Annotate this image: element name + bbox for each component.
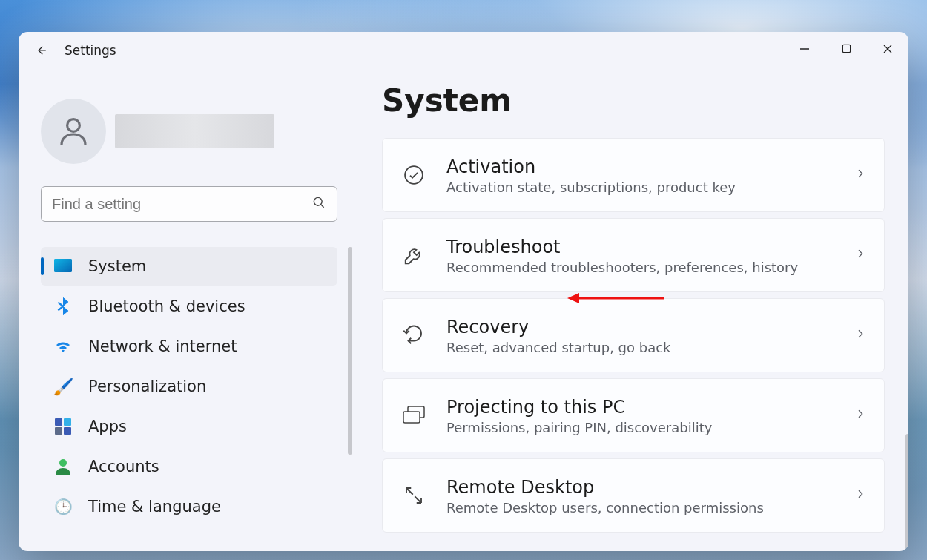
svg-rect-10 <box>64 418 71 426</box>
sidebar-item-label: Time & language <box>88 498 221 515</box>
svg-rect-11 <box>55 427 62 435</box>
sidebar-nav: System Bluetooth & devices Network & int… <box>41 247 337 526</box>
card-title: Remote Desktop <box>446 476 835 498</box>
card-subtitle: Permissions, pairing PIN, discoverabilit… <box>446 420 835 435</box>
brush-icon: 🖌️ <box>54 378 72 395</box>
sidebar-item-network[interactable]: Network & internet <box>41 327 337 366</box>
system-icon <box>54 257 72 275</box>
titlebar: Settings <box>19 32 908 69</box>
close-button[interactable] <box>867 32 908 69</box>
check-circle-icon <box>400 164 427 186</box>
svg-rect-1 <box>842 45 850 52</box>
sidebar-item-label: Network & internet <box>88 337 237 355</box>
back-button[interactable] <box>33 43 48 58</box>
card-projecting[interactable]: Projecting to this PC Permissions, pairi… <box>382 378 885 452</box>
settings-card-list: Activation Activation state, subscriptio… <box>382 138 885 533</box>
card-title: Recovery <box>446 316 835 338</box>
apps-icon <box>54 418 72 435</box>
clock-globe-icon: 🕒 <box>54 498 72 515</box>
svg-point-13 <box>59 459 67 467</box>
chevron-right-icon <box>854 488 866 503</box>
profile-section[interactable] <box>41 99 360 164</box>
card-subtitle: Remote Desktop users, connection permiss… <box>446 500 835 515</box>
main-scrollbar[interactable] <box>905 434 908 551</box>
card-remote-desktop[interactable]: Remote Desktop Remote Desktop users, con… <box>382 458 885 533</box>
sidebar-scrollbar[interactable] <box>348 247 352 455</box>
chevron-right-icon <box>854 328 866 343</box>
sidebar-item-label: Apps <box>88 418 127 435</box>
card-title: Activation <box>446 156 835 178</box>
projecting-icon <box>400 406 427 425</box>
svg-rect-12 <box>64 427 71 435</box>
svg-point-14 <box>405 166 423 184</box>
svg-point-4 <box>67 119 80 132</box>
sidebar-item-accounts[interactable]: Accounts <box>41 447 337 486</box>
maximize-button[interactable] <box>825 32 867 69</box>
profile-name-placeholder <box>115 114 274 148</box>
wrench-icon <box>400 244 427 266</box>
svg-rect-16 <box>403 412 420 423</box>
recovery-icon <box>400 324 427 346</box>
sidebar-item-time[interactable]: 🕒 Time & language <box>41 487 337 526</box>
sidebar-item-label: Accounts <box>88 458 159 475</box>
card-subtitle: Recommended troubleshooters, preferences… <box>446 260 835 275</box>
card-troubleshoot[interactable]: Troubleshoot Recommended troubleshooters… <box>382 218 885 292</box>
svg-point-5 <box>314 197 322 205</box>
search-input[interactable] <box>52 196 311 213</box>
bluetooth-icon <box>54 297 72 315</box>
sidebar: System Bluetooth & devices Network & int… <box>19 69 360 551</box>
search-icon <box>311 195 326 213</box>
chevron-right-icon <box>854 168 866 182</box>
minimize-button[interactable] <box>784 32 825 69</box>
settings-window: Settings <box>19 32 908 551</box>
remote-desktop-icon <box>400 484 427 507</box>
svg-rect-9 <box>55 418 62 426</box>
card-title: Troubleshoot <box>446 236 835 258</box>
search-box[interactable] <box>41 186 337 222</box>
window-controls <box>784 32 908 69</box>
sidebar-item-label: Personalization <box>88 378 206 395</box>
sidebar-item-system[interactable]: System <box>41 247 337 286</box>
card-subtitle: Activation state, subscriptions, product… <box>446 179 835 195</box>
main-content: System Activation Activation state, subs… <box>360 69 908 551</box>
chevron-right-icon <box>854 408 866 423</box>
wifi-icon <box>54 337 72 355</box>
card-recovery[interactable]: Recovery Reset, advanced startup, go bac… <box>382 298 885 372</box>
page-title: System <box>382 82 895 119</box>
accounts-icon <box>54 458 72 475</box>
sidebar-item-personalization[interactable]: 🖌️ Personalization <box>41 367 337 406</box>
sidebar-item-label: Bluetooth & devices <box>88 297 245 315</box>
svg-line-6 <box>321 205 324 208</box>
app-title: Settings <box>65 43 116 58</box>
card-title: Projecting to this PC <box>446 396 835 418</box>
card-subtitle: Reset, advanced startup, go back <box>446 340 835 355</box>
card-activation[interactable]: Activation Activation state, subscriptio… <box>382 138 885 212</box>
sidebar-item-label: System <box>88 257 146 275</box>
sidebar-item-bluetooth[interactable]: Bluetooth & devices <box>41 287 337 326</box>
avatar <box>41 99 106 164</box>
svg-rect-8 <box>54 259 72 272</box>
chevron-right-icon <box>854 248 866 263</box>
sidebar-item-apps[interactable]: Apps <box>41 407 337 446</box>
